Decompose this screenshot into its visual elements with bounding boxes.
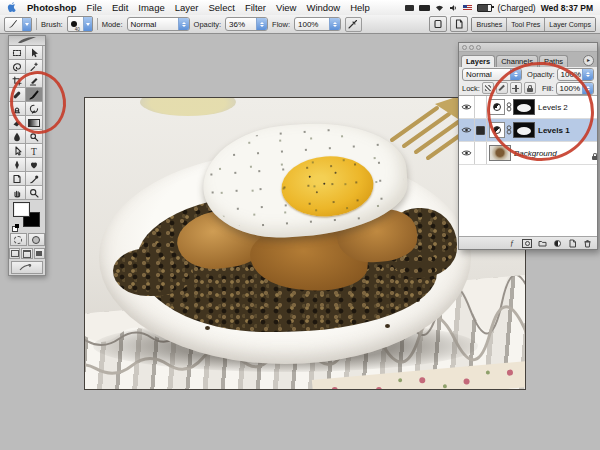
toolbar-title-bar[interactable] [9,36,45,46]
photoshop-screen: Photoshop File Edit Image Layer Select F… [0,0,600,450]
opacity-stepper[interactable] [256,18,267,30]
palette-footer: ƒ [459,236,597,249]
new-layer-button[interactable] [567,239,577,248]
tool-type[interactable]: T [26,144,43,158]
palette-menu-button[interactable]: ▸ [583,55,594,66]
brush-size-value: 40 [75,27,80,32]
tool-pen[interactable] [9,158,26,172]
tool-eyedropper[interactable] [26,172,43,186]
input-flag-icon[interactable] [463,5,472,11]
menu-clock[interactable]: Wed 8:37 PM [541,3,593,13]
menu-window[interactable]: Window [306,2,340,13]
eye-icon [461,149,472,157]
visibility-toggle[interactable] [459,119,475,141]
standard-mode-icon [14,236,22,244]
quick-mask-icon [32,236,40,244]
battery-status-label: (Charged) [497,3,535,13]
foreground-color-swatch[interactable] [13,202,30,217]
adjustment-layer-button[interactable] [552,239,562,248]
mode-label: Mode: [102,20,123,29]
well-tab-tool-presets[interactable]: Tool Pres [507,18,545,31]
tool-lasso[interactable] [9,60,26,74]
standard-mode-button[interactable] [10,233,27,246]
quick-mask-mode-button[interactable] [28,233,45,246]
flow-label: Flow: [272,20,290,29]
fullscreen-button[interactable] [34,248,45,259]
flow-stepper[interactable] [329,18,340,30]
well-tab-brushes[interactable]: Brushes [472,18,507,31]
tool-move[interactable] [26,46,43,60]
new-set-button[interactable] [537,239,547,248]
imageready-button[interactable] [11,261,43,274]
lock-transparency-icon [485,85,491,91]
standard-screen-button[interactable] [9,248,20,259]
file-browser-button[interactable] [429,16,447,32]
menu-help[interactable]: Help [350,2,370,13]
flow-select[interactable]: 100% [294,17,341,31]
current-tool-button[interactable] [4,17,32,32]
apple-menu[interactable] [7,2,17,13]
menu-edit[interactable]: Edit [112,2,128,13]
menu-filter[interactable]: Filter [245,2,266,13]
bridge-button[interactable] [450,16,468,32]
ink-icon[interactable] [419,5,430,11]
opacity-select[interactable]: 36% [225,17,268,31]
tool-custom-shape[interactable] [26,158,43,172]
file-browser-icon [433,19,443,29]
battery-icon[interactable] [477,4,492,12]
mode-stepper[interactable] [178,18,189,30]
tool-zoom[interactable] [26,186,43,200]
add-mask-button[interactable] [522,239,532,248]
tool-blur[interactable] [9,130,26,144]
airbrush-icon [348,19,358,29]
photo-glass [140,97,236,116]
airport-icon[interactable] [435,4,444,12]
brush-dropdown-arrow[interactable] [83,17,92,31]
menu-image[interactable]: Image [138,2,164,13]
mode-select[interactable]: Normal [127,17,190,31]
blend-mode-value: Normal [466,70,492,79]
tool-rectangular-marquee[interactable] [9,46,26,60]
photoshop-feather-icon [17,37,37,44]
palette-well: Brushes Tool Pres Layer Comps [471,17,596,32]
menu-select[interactable]: Select [208,2,234,13]
default-colors-icon[interactable] [12,224,19,230]
screen-mode-buttons [9,247,45,260]
brush-icon [8,19,18,29]
brush-preset-picker[interactable]: 40 [67,16,93,32]
delete-layer-button[interactable] [582,239,592,248]
fullscreen-menubar-button[interactable] [21,248,32,259]
tool-notes[interactable] [9,172,26,186]
new-layer-icon [568,239,577,248]
folder-icon [538,239,547,248]
flow-value: 100% [298,20,318,29]
lock-label: Lock: [462,84,480,93]
visibility-toggle[interactable] [459,142,475,164]
well-tab-layer-comps[interactable]: Layer Comps [545,18,595,31]
add-mask-icon [522,239,532,248]
jump-to-imageready [9,260,45,275]
palette-title-bar[interactable] [459,43,597,52]
mask-mode-buttons [9,232,45,247]
palette-close-button[interactable] [462,45,467,50]
imageready-icon [19,264,35,272]
svg-text:T: T [31,146,37,155]
menu-layer[interactable]: Layer [175,2,199,13]
trash-icon [583,239,592,248]
tab-layers[interactable]: Layers [461,55,495,67]
visibility-toggle[interactable] [459,96,475,118]
opacity-label: Opacity: [194,20,222,29]
tool-dropdown-arrow[interactable] [22,18,31,31]
tool-options-bar: Brush: 40 Mode: Normal Opacity: 36% Flow… [0,15,600,34]
app-menu[interactable]: Photoshop [27,2,77,13]
displays-icon[interactable] [405,5,414,11]
tool-hand[interactable] [9,186,26,200]
tool-path-selection[interactable] [9,144,26,158]
layer-style-button[interactable]: ƒ [507,239,517,248]
adjustment-layer-icon [554,240,561,247]
photo-egg-yolk [280,153,376,219]
menu-view[interactable]: View [276,2,296,13]
airbrush-toggle-button[interactable] [345,17,362,32]
volume-icon[interactable] [449,4,458,12]
menu-file[interactable]: File [87,2,102,13]
